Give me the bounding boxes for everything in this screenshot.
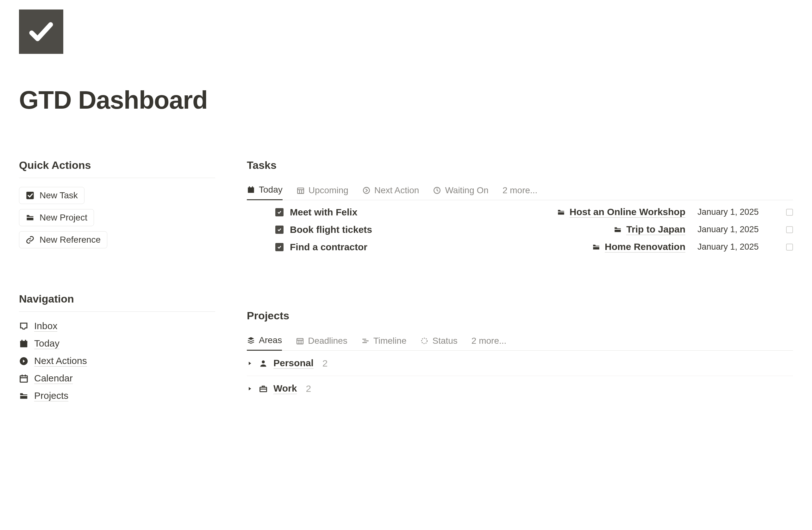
divider xyxy=(19,178,215,178)
project-label: Home Renovation xyxy=(605,241,685,252)
task-date: January 1, 2025 xyxy=(697,207,773,217)
task-title: Find a contractor xyxy=(290,242,367,252)
tab-label: Waiting On xyxy=(445,185,488,195)
calendar-grid-icon xyxy=(296,337,304,345)
tab-upcoming[interactable]: Upcoming xyxy=(296,185,348,200)
svg-rect-12 xyxy=(252,186,253,188)
tab-label: Today xyxy=(259,185,282,195)
arrow-circle-icon xyxy=(19,357,28,366)
svg-rect-19 xyxy=(297,338,303,344)
nav-label: Inbox xyxy=(34,321,57,332)
tab-next-action[interactable]: Next Action xyxy=(362,185,419,200)
link-icon xyxy=(26,235,34,244)
nav-item-projects[interactable]: Projects xyxy=(19,390,215,401)
tab-deadlines[interactable]: Deadlines xyxy=(296,336,347,350)
svg-point-26 xyxy=(422,338,427,344)
folder-icon xyxy=(26,213,34,222)
svg-rect-10 xyxy=(248,187,254,193)
svg-rect-3 xyxy=(21,339,23,341)
task-project[interactable]: Trip to Japan xyxy=(613,224,685,235)
quick-actions-heading: Quick Actions xyxy=(19,159,215,171)
tab-label: Next Action xyxy=(374,185,419,195)
svg-rect-13 xyxy=(298,188,304,193)
layers-icon xyxy=(247,336,255,344)
nav-item-today[interactable]: Today xyxy=(19,338,215,349)
folder-icon xyxy=(592,243,600,251)
task-date: January 1, 2025 xyxy=(697,225,773,234)
tasks-heading: Tasks xyxy=(247,159,793,171)
task-row[interactable]: Find a contractor Home Renovation Januar… xyxy=(275,241,793,252)
calendar-icon xyxy=(19,374,28,383)
nav-label: Next Actions xyxy=(34,355,87,366)
nav-item-calendar[interactable]: Calendar xyxy=(19,373,215,384)
task-row[interactable]: Meet with Felix Host an Online Workshop … xyxy=(275,207,793,218)
divider xyxy=(19,311,215,312)
tab-waiting-on[interactable]: Waiting On xyxy=(433,185,488,200)
svg-rect-6 xyxy=(20,376,28,382)
nav-item-next-actions[interactable]: Next Actions xyxy=(19,355,215,366)
navigation-heading: Navigation xyxy=(19,293,215,305)
button-label: New Reference xyxy=(40,235,101,245)
new-reference-button[interactable]: New Reference xyxy=(19,231,107,248)
svg-rect-2 xyxy=(20,341,28,343)
task-row[interactable]: Book flight tickets Trip to Japan Januar… xyxy=(275,224,793,235)
checkbox-icon xyxy=(275,208,284,217)
task-checkbox[interactable] xyxy=(786,243,793,251)
area-row-work[interactable]: Work 2 xyxy=(247,376,793,401)
svg-point-17 xyxy=(363,187,369,194)
tab-status[interactable]: Status xyxy=(420,336,457,350)
svg-point-27 xyxy=(262,360,264,363)
folder-icon xyxy=(19,391,28,401)
timeline-icon xyxy=(361,337,369,345)
new-task-button[interactable]: New Task xyxy=(19,187,85,204)
task-project[interactable]: Home Renovation xyxy=(592,241,685,252)
area-row-personal[interactable]: Personal 2 xyxy=(247,351,793,376)
projects-heading: Projects xyxy=(247,309,793,322)
tab-label: Timeline xyxy=(373,336,407,346)
nav-item-inbox[interactable]: Inbox xyxy=(19,321,215,332)
caret-right-icon xyxy=(247,386,253,392)
task-title: Book flight tickets xyxy=(290,224,372,235)
tab-label: Status xyxy=(432,336,457,346)
projects-tabs-more[interactable]: 2 more... xyxy=(472,336,506,350)
person-icon xyxy=(259,359,268,368)
task-project[interactable]: Host an Online Workshop xyxy=(557,207,685,218)
tab-timeline[interactable]: Timeline xyxy=(361,336,407,350)
page-title[interactable]: GTD Dashboard xyxy=(19,85,793,115)
page-icon[interactable] xyxy=(19,10,63,54)
caret-right-icon xyxy=(247,361,253,366)
tasks-tabs: Today Upcoming Next Action xyxy=(247,185,793,200)
tab-areas[interactable]: Areas xyxy=(247,335,282,351)
task-date: January 1, 2025 xyxy=(697,242,773,252)
tab-label: Upcoming xyxy=(308,185,348,195)
task-checkbox[interactable] xyxy=(786,226,793,233)
checkbox-icon xyxy=(275,226,284,234)
nav-label: Today xyxy=(34,338,59,349)
svg-rect-4 xyxy=(25,339,26,341)
tab-today[interactable]: Today xyxy=(247,185,282,200)
new-project-button[interactable]: New Project xyxy=(19,209,94,226)
clock-icon xyxy=(433,186,441,195)
status-icon xyxy=(420,337,429,345)
projects-tabs: Areas Deadlines Timeline xyxy=(247,335,793,351)
calendar-grid-icon xyxy=(296,186,305,195)
svg-rect-11 xyxy=(249,186,250,188)
tab-label: Deadlines xyxy=(308,336,347,346)
area-count: 2 xyxy=(306,383,311,394)
nav-label: Calendar xyxy=(34,373,73,384)
calendar-today-icon xyxy=(247,186,255,194)
tab-label: Areas xyxy=(259,335,282,345)
task-title: Meet with Felix xyxy=(290,207,357,218)
svg-rect-0 xyxy=(26,192,33,199)
area-label: Personal xyxy=(273,358,314,369)
calendar-today-icon xyxy=(19,339,28,348)
tasks-tabs-more[interactable]: 2 more... xyxy=(503,185,537,200)
button-label: New Project xyxy=(40,212,87,223)
area-label: Work xyxy=(273,383,297,394)
inbox-icon xyxy=(19,322,28,331)
nav-label: Projects xyxy=(34,390,68,401)
briefcase-icon xyxy=(259,384,268,393)
arrow-circle-icon xyxy=(362,186,371,195)
task-checkbox[interactable] xyxy=(786,209,793,216)
checkbox-icon xyxy=(275,243,284,251)
